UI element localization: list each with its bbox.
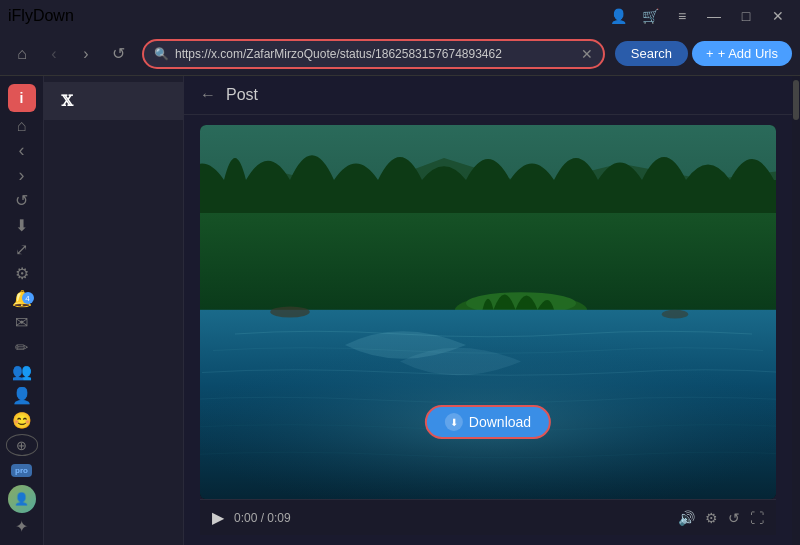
sidebar-share-icon[interactable]: ⤢ <box>6 239 38 259</box>
video-wrapper: ⬇ Download <box>200 125 776 499</box>
sidebar-download-icon[interactable]: ⬇ <box>6 215 38 235</box>
sidebar-user-icon[interactable]: 👤 <box>6 386 38 406</box>
close-btn[interactable]: ✕ <box>764 6 792 26</box>
loop-icon[interactable]: ↺ <box>728 510 740 526</box>
menu-title-btn[interactable]: ≡ <box>668 6 696 26</box>
sidebar-edit-icon[interactable]: ✏ <box>6 337 38 357</box>
cart-title-btn[interactable]: 🛒 <box>636 6 664 26</box>
download-button[interactable]: ⬇ Download <box>425 405 551 439</box>
download-button-overlay: ⬇ Download <box>425 405 551 439</box>
content-and-scrollbar: ← Post <box>184 76 800 545</box>
svg-point-7 <box>662 310 688 319</box>
sidebar-users-icon[interactable]: 👥 <box>6 361 38 381</box>
fullscreen-icon[interactable]: ⛶ <box>750 510 764 526</box>
maximize-btn[interactable]: □ <box>732 6 760 26</box>
page-header: ← Post <box>184 76 792 115</box>
sidebar-avatar[interactable]: 👤 <box>6 485 38 513</box>
sidebar-settings-icon[interactable]: ⚙ <box>6 264 38 284</box>
sidebar-refresh-icon[interactable]: ↺ <box>6 190 38 210</box>
title-bar-left: iFlyDown <box>8 7 74 25</box>
search-button[interactable]: Search <box>615 41 688 66</box>
download-label: Download <box>469 414 531 430</box>
page-title: Post <box>226 86 258 104</box>
forward-toolbar-btn[interactable]: › <box>72 40 100 68</box>
sidebar-compass-icon[interactable]: ⊕ <box>6 434 38 455</box>
platform-item-x[interactable]: 𝕏 <box>44 82 183 120</box>
settings-video-icon[interactable]: ⚙ <box>705 510 718 526</box>
svg-point-6 <box>270 307 310 318</box>
back-button[interactable]: ← <box>200 86 216 104</box>
main-layout: i ⌂ ‹ › ↺ ⬇ ⤢ ⚙ 🔔 4 ✉ ✏ 👥 👤 😊 ⊕ pro 👤 ✦ … <box>0 76 800 545</box>
app-title: iFlyDown <box>8 7 74 25</box>
user-title-btn[interactable]: 👤 <box>604 6 632 26</box>
minimize-btn[interactable]: — <box>700 6 728 26</box>
avatar-image: 👤 <box>8 485 36 513</box>
sidebar-home-icon[interactable]: ⌂ <box>6 116 38 136</box>
download-icon: ⬇ <box>445 413 463 431</box>
plus-icon: + <box>706 46 714 61</box>
title-bar-controls: 👤 🛒 ≡ — □ ✕ <box>604 6 792 26</box>
title-bar: iFlyDown 👤 🛒 ≡ — □ ✕ <box>0 0 800 32</box>
sidebar-bell-icon[interactable]: 🔔 4 <box>6 288 38 308</box>
home-toolbar-btn[interactable]: ⌂ <box>8 40 36 68</box>
play-button[interactable]: ▶ <box>212 508 224 527</box>
scrollbar-track[interactable] <box>792 76 800 545</box>
video-thumbnail <box>200 125 776 499</box>
back-toolbar-btn[interactable]: ‹ <box>40 40 68 68</box>
x-platform-icon: 𝕏 <box>56 90 78 112</box>
add-urls-button[interactable]: + + Add Urls <box>692 41 792 66</box>
notification-badge: 4 <box>22 292 34 304</box>
sidebar-platforms: 𝕏 <box>44 76 184 545</box>
sidebar-forward-icon[interactable]: › <box>6 165 38 186</box>
time-display: 0:00 / 0:09 <box>234 511 291 525</box>
url-search-icon: 🔍 <box>154 47 169 61</box>
url-clear-btn[interactable]: ✕ <box>581 47 593 61</box>
logo-icon: i <box>8 84 36 112</box>
url-input[interactable] <box>175 47 581 61</box>
video-section: ⬇ Download ▶ 0:00 / 0:09 🔊 ⚙ ↺ ⛶ <box>184 115 792 545</box>
video-controls: ▶ 0:00 / 0:09 🔊 ⚙ ↺ ⛶ <box>200 499 776 535</box>
scrollbar-thumb[interactable] <box>793 80 799 120</box>
sidebar-narrow: i ⌂ ‹ › ↺ ⬇ ⤢ ⚙ 🔔 4 ✉ ✏ 👥 👤 😊 ⊕ pro 👤 ✦ <box>0 76 44 545</box>
content-wrapper: ← Post <box>184 76 792 545</box>
refresh-toolbar-btn[interactable]: ↺ <box>104 40 132 68</box>
sidebar-emoji-icon[interactable]: 😊 <box>6 410 38 430</box>
sidebar-back-icon[interactable]: ‹ <box>6 140 38 161</box>
add-urls-label: + Add Urls <box>718 46 778 61</box>
toolbar: ⌂ ‹ › ↺ 🔍 ✕ Search + + Add Urls <box>0 32 800 76</box>
pro-badge[interactable]: pro <box>11 464 32 477</box>
url-bar-container: 🔍 ✕ <box>142 39 605 69</box>
volume-icon[interactable]: 🔊 <box>678 510 695 526</box>
sidebar-mail-icon[interactable]: ✉ <box>6 312 38 332</box>
sidebar-theme-icon[interactable]: ✦ <box>6 517 38 537</box>
sidebar-logo[interactable]: i <box>6 84 38 112</box>
